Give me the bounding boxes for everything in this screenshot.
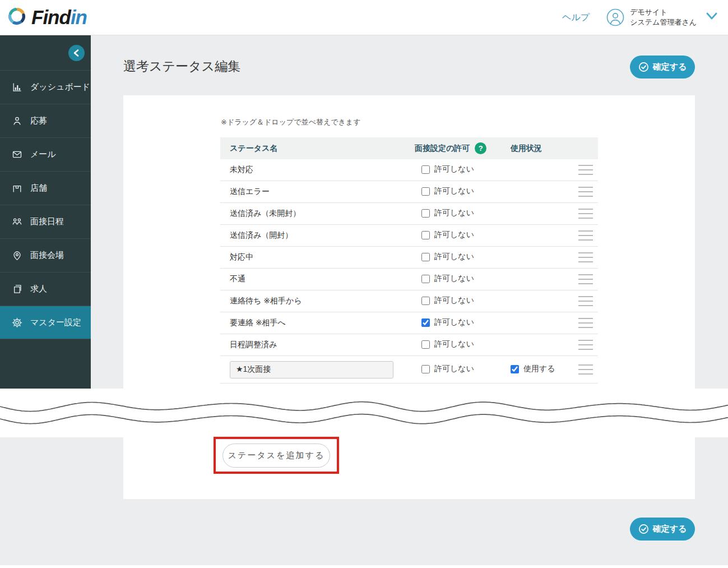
sidebar-item-mail[interactable]: メール <box>0 137 91 171</box>
table-row: 要連絡 ※相手へ 許可しない <box>220 312 598 334</box>
permit-checkbox[interactable] <box>421 165 430 174</box>
chevron-left-icon <box>68 45 85 61</box>
table-header-row: ステータス名 面接設定の許可 ? 使用状況 <box>220 137 598 159</box>
table-row: 送信済み（開封） 許可しない <box>220 225 598 247</box>
chevron-down-icon <box>706 12 718 23</box>
sidebar-item-master-settings[interactable]: マスター設定 <box>0 306 91 339</box>
job-icon <box>11 283 23 295</box>
column-header-status-name: ステータス名 <box>220 144 415 154</box>
permit-checkbox-label: 許可しない <box>434 230 474 240</box>
permit-checkbox[interactable] <box>421 253 430 261</box>
highlight-red-box: ステータスを追加する <box>214 437 339 474</box>
permit-checkbox-label: 許可しない <box>434 208 474 218</box>
check-circle-icon <box>638 524 649 534</box>
mail-icon <box>11 149 23 160</box>
drag-handle-icon[interactable] <box>578 230 593 241</box>
drag-handle-icon[interactable] <box>578 165 593 175</box>
permit-checkbox-label: 許可しない <box>434 252 474 262</box>
status-table: ステータス名 面接設定の許可 ? 使用状況 未対応 許可しない 送信エ <box>220 137 598 384</box>
permit-checkbox-label: 許可しない <box>434 339 474 349</box>
store-icon <box>11 182 23 194</box>
permit-checkbox[interactable] <box>421 340 430 349</box>
drag-handle-icon[interactable] <box>578 318 593 328</box>
sidebar-item-label: メール <box>30 149 56 160</box>
applicant-icon <box>11 115 23 127</box>
permit-checkbox-label: 許可しない <box>434 364 474 374</box>
status-name: 未対応 <box>230 165 253 175</box>
dashboard-icon <box>11 81 23 93</box>
findin-pinwheel-icon <box>6 5 28 30</box>
drag-handle-icon[interactable] <box>578 296 593 306</box>
status-name: 送信済み（未開封） <box>230 209 300 219</box>
permit-checkbox[interactable] <box>421 318 430 327</box>
status-name: 不通 <box>230 274 245 284</box>
sidebar-item-job[interactable]: 求人 <box>0 272 91 306</box>
findin-logo[interactable]: Findin <box>6 5 87 30</box>
sidebar-item-label: 応募 <box>30 116 47 126</box>
confirm-button-bottom[interactable]: 確定する <box>630 518 695 541</box>
status-name: 送信エラー <box>230 187 270 197</box>
drag-handle-icon[interactable] <box>578 209 593 219</box>
interview-venue-icon <box>11 250 23 261</box>
status-name: 対応中 <box>230 252 253 262</box>
sidebar-item-label: ダッシュボード <box>30 82 90 93</box>
status-name: 送信済み（開封） <box>230 230 293 241</box>
top-header: Findin ヘルプ デモサイト システム管理者さん <box>0 0 728 35</box>
permit-checkbox[interactable] <box>421 231 430 239</box>
user-menu[interactable]: デモサイト システム管理者さん <box>606 7 718 27</box>
permit-checkbox[interactable] <box>421 187 430 196</box>
permit-checkbox-label: 許可しない <box>434 274 474 284</box>
settings-gear-icon <box>11 317 23 329</box>
status-edit-card-bottom <box>123 437 695 499</box>
help-link[interactable]: ヘルプ <box>562 12 590 24</box>
table-row: 対応中 許可しない <box>220 247 598 269</box>
sidebar-collapse-button[interactable] <box>68 45 85 61</box>
usage-checkbox-label: 使用する <box>523 364 555 374</box>
table-row: 未対応 許可しない <box>220 159 598 181</box>
interview-schedule-icon <box>11 216 23 228</box>
sidebar: ダッシュボード 応募 メール 店舗 面接日程 面接会場 求人 マスター設定 <box>0 35 91 389</box>
permit-checkbox-label: 許可しない <box>434 164 474 174</box>
status-name: 連絡待ち ※相手から <box>230 296 302 306</box>
drag-handle-icon[interactable] <box>578 364 593 375</box>
question-help-icon[interactable]: ? <box>475 142 486 154</box>
check-circle-icon <box>638 62 649 72</box>
status-name: 要連絡 ※相手へ <box>230 318 286 328</box>
permit-checkbox[interactable] <box>421 209 430 218</box>
usage-checkbox[interactable] <box>511 365 519 373</box>
permit-checkbox[interactable] <box>421 297 430 305</box>
screenshot-tear-separator <box>0 389 728 437</box>
sidebar-item-applications[interactable]: 応募 <box>0 104 91 137</box>
drag-handle-icon[interactable] <box>578 187 593 197</box>
permit-checkbox[interactable] <box>421 365 430 373</box>
status-edit-card: ※ドラッグ＆ドロップで並べ替えできます ステータス名 面接設定の許可 ? 使用状… <box>123 95 695 389</box>
drag-handle-icon[interactable] <box>578 340 593 350</box>
user-name: デモサイト システム管理者さん <box>630 7 697 27</box>
sidebar-item-dashboard[interactable]: ダッシュボード <box>0 70 91 104</box>
wavy-line-decoration <box>0 389 728 437</box>
sidebar-item-label: マスター設定 <box>30 317 81 328</box>
table-row: 送信済み（未開封） 許可しない <box>220 203 598 225</box>
sidebar-nav: ダッシュボード 応募 メール 店舗 面接日程 面接会場 求人 マスター設定 <box>0 70 91 339</box>
sidebar-item-interview-schedule[interactable]: 面接日程 <box>0 205 91 238</box>
drag-handle-icon[interactable] <box>578 274 593 284</box>
add-status-button[interactable]: ステータスを追加する <box>222 444 330 468</box>
column-header-usage: 使用状況 <box>511 144 578 154</box>
sidebar-item-label: 面接会場 <box>30 250 64 261</box>
confirm-button-top[interactable]: 確定する <box>630 56 695 78</box>
status-name-input[interactable] <box>230 361 393 378</box>
page-title: 選考ステータス編集 <box>123 58 240 75</box>
table-row: 連絡待ち ※相手から 許可しない <box>220 290 598 312</box>
sidebar-item-label: 面接日程 <box>30 216 64 227</box>
logo-wordmark: Findin <box>31 6 87 29</box>
sidebar-item-interview-venue[interactable]: 面接会場 <box>0 238 91 272</box>
bottom-edge-strip <box>0 565 728 568</box>
drag-handle-icon[interactable] <box>578 252 593 262</box>
sidebar-item-store[interactable]: 店舗 <box>0 171 91 205</box>
permit-checkbox-label: 許可しない <box>434 186 474 196</box>
table-row: 送信エラー 許可しない <box>220 181 598 203</box>
table-row: 日程調整済み 許可しない <box>220 334 598 356</box>
table-row: 不通 許可しない <box>220 269 598 290</box>
table-row: 許可しない 使用する <box>220 356 598 384</box>
permit-checkbox[interactable] <box>421 275 430 283</box>
